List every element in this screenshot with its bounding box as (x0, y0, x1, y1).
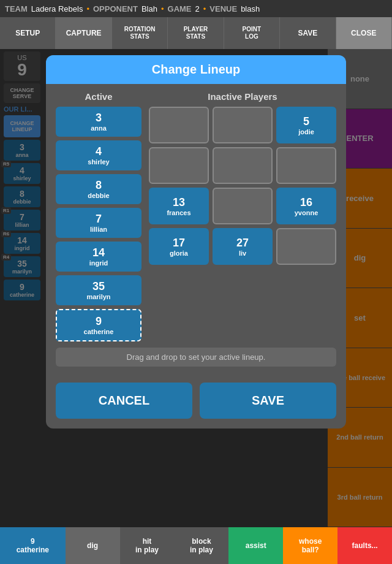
modal-overlay: Change Lineup Active 3 anna 4 (0, 49, 392, 527)
active-player-marilyn[interactable]: 35 marilyn (56, 275, 141, 305)
nav-save[interactable]: SAVE (280, 17, 336, 49)
venue-label: VENUE (209, 4, 237, 13)
active-player-shirley[interactable]: 4 shirley (56, 140, 141, 170)
dnd-hint: Drag and drop to set your active lineup. (56, 348, 336, 367)
active-player-ingrid[interactable]: 14 ingrid (56, 242, 141, 272)
main-area: US 9 CHANGE SERVE OUR LI... CHANGE LINEU… (0, 49, 392, 527)
team-label: TEAM (5, 4, 28, 13)
cancel-button[interactable]: CANCEL (56, 383, 192, 419)
inactive-player-liv[interactable]: 27 liv (213, 228, 273, 265)
active-grid: 3 anna 4 shirley 8 debbie (56, 107, 141, 341)
modal-columns: Active 3 anna 4 shirley 8 (56, 91, 336, 341)
nav-setup[interactable]: SETUP (0, 17, 56, 49)
bottom-assist[interactable]: assist (228, 527, 283, 564)
game-value: 2 (195, 4, 200, 13)
inactive-slot-3[interactable] (149, 147, 209, 184)
bottom-whose-ball[interactable]: whoseball? (283, 527, 337, 564)
save-button[interactable]: SAVE (200, 383, 336, 419)
nav-close[interactable]: CLOSE (336, 17, 392, 49)
nav-capture[interactable]: CAPTURE (56, 17, 111, 49)
team-value: Ladera Rebels (31, 4, 83, 13)
inactive-player-yvonne[interactable]: 16 yvonne (276, 188, 336, 224)
nav-rotation-stats[interactable]: ROTATIONSTATS (112, 17, 168, 49)
inactive-slot-4[interactable] (213, 147, 273, 184)
change-lineup-modal: Change Lineup Active 3 anna 4 (46, 55, 346, 429)
inactive-player-frances[interactable]: 13 frances (149, 188, 209, 224)
venue-value: blash (241, 4, 260, 13)
bottom-faults[interactable]: faults... (337, 527, 392, 564)
modal-title: Change Lineup (46, 55, 346, 84)
inactive-column: Inactive Players 5 jodie (149, 91, 336, 341)
inactive-player-gloria[interactable]: 17 gloria (149, 228, 209, 265)
inactive-grid: 5 jodie 13 frances (149, 107, 336, 265)
bottom-block-in-play[interactable]: blockin play (174, 527, 228, 564)
nav-point-log[interactable]: POINTLOG (224, 17, 280, 49)
inactive-slot-5[interactable] (276, 147, 336, 184)
nav-player-stats[interactable]: PLAYERSTATS (168, 17, 224, 49)
active-player-catherine[interactable]: 9 catherine (56, 309, 141, 341)
bottom-dig[interactable]: dig (66, 527, 120, 564)
game-label: GAME (168, 4, 192, 13)
active-player-anna[interactable]: 3 anna (56, 107, 141, 137)
inactive-slot-1[interactable] (213, 107, 273, 143)
opponent-value: Blah (141, 4, 157, 13)
active-header: Active (56, 91, 141, 102)
top-bar: TEAM Ladera Rebels • OPPONENT Blah • GAM… (0, 0, 392, 17)
active-player-lillian[interactable]: 7 lillian (56, 208, 141, 238)
modal-body: Active 3 anna 4 shirley 8 (46, 84, 346, 374)
inactive-slot-11[interactable] (276, 228, 336, 265)
modal-footer: CANCEL SAVE (46, 383, 346, 419)
nav-bar: SETUP CAPTURE ROTATIONSTATS PLAYERSTATS … (0, 17, 392, 49)
inactive-player-jodie[interactable]: 5 jodie (276, 107, 336, 143)
bottom-player-catherine[interactable]: 9catherine (0, 527, 66, 564)
inactive-slot-7[interactable] (213, 188, 273, 224)
opponent-label: OPPONENT (93, 4, 138, 13)
bottom-bar: 9catherine dig hitin play blockin play a… (0, 527, 392, 564)
inactive-header: Inactive Players (149, 91, 336, 102)
bottom-hit-in-play[interactable]: hitin play (120, 527, 175, 564)
active-column: Active 3 anna 4 shirley 8 (56, 91, 141, 341)
active-player-debbie[interactable]: 8 debbie (56, 174, 141, 204)
inactive-slot-0[interactable] (149, 107, 209, 143)
